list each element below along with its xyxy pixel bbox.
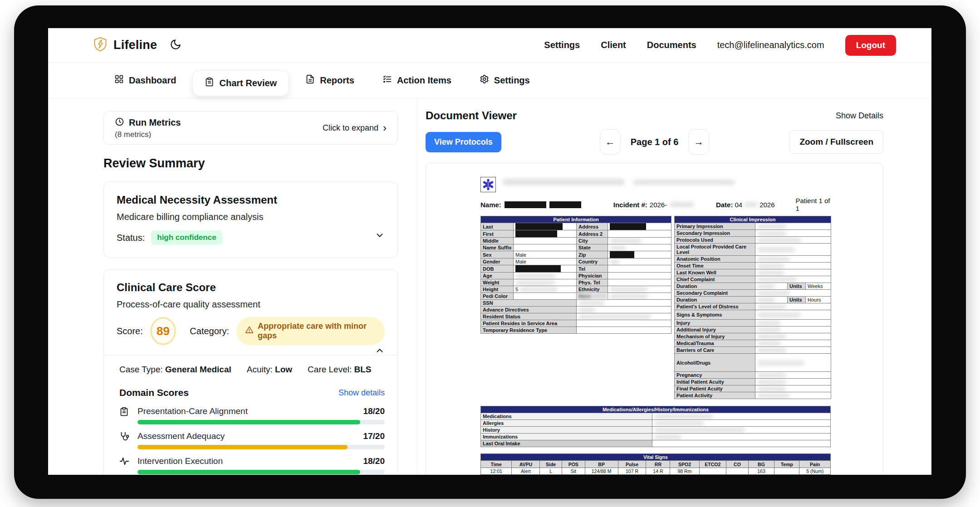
activity-icon: [119, 456, 137, 466]
nav-item-settings[interactable]: Settings: [544, 40, 580, 50]
show-details-link[interactable]: Show details: [338, 388, 385, 398]
score-value: 89: [150, 317, 176, 345]
clinical-impression-table: Clinical ImpressionPrimary ImpressionSec…: [674, 216, 831, 399]
redaction-box: [515, 265, 561, 272]
prev-page-button[interactable]: ←: [600, 129, 621, 155]
arrow-right-icon: →: [694, 136, 704, 147]
blurred-value: [757, 247, 795, 252]
blurred-value: [757, 341, 781, 346]
viewer-show-details-link[interactable]: Show Details: [836, 111, 883, 121]
scanned-document: Name: Incident #: 2026- Date:: [480, 177, 831, 475]
tab-file-icon: [305, 74, 315, 86]
redaction-box: [610, 223, 646, 230]
app-window: Lifeline SettingsClientDocuments tech@li…: [48, 28, 931, 475]
run-metrics-title: Run Metrics: [129, 117, 181, 128]
blurred-value: [654, 428, 745, 433]
nav-item-documents[interactable]: Documents: [647, 40, 696, 50]
date-redaction: [744, 202, 758, 207]
chevron-right-icon: ›: [383, 122, 387, 133]
case-meta-item: Acuity: Low: [247, 365, 292, 375]
header-right: SettingsClientDocuments tech@lifelineana…: [544, 35, 896, 56]
domain-progress-bar: [137, 420, 360, 424]
blurred-value: [757, 284, 775, 289]
blurred-value: [578, 307, 596, 312]
clinical-care-score-card: Clinical Care Score Process-of-care qual…: [103, 269, 398, 475]
blurred-value: [654, 434, 681, 439]
pager: ← Page 1 of 6 →: [600, 129, 710, 155]
tab-dashboard[interactable]: Dashboard: [103, 68, 188, 93]
chevron-up-icon[interactable]: [375, 346, 385, 357]
domain-progress-track: [137, 445, 385, 449]
patient-info-table: Patient InformationLastAddressFirstAddre…: [480, 216, 671, 334]
expand-label: Click to expand: [323, 123, 378, 133]
view-protocols-button[interactable]: View Protocols: [426, 132, 501, 152]
blurred-value: [757, 270, 784, 275]
confidence-badge: high confidence: [151, 230, 222, 245]
clipboard-icon: [119, 407, 137, 416]
category-badge: Appropriate care with minor gaps: [236, 317, 385, 345]
run-metrics-expand: Click to expand ›: [323, 122, 387, 133]
viewer-title: Document Viewer: [426, 109, 517, 122]
tab-chart-review[interactable]: Chart Review: [192, 70, 289, 96]
blurred-value: [578, 314, 651, 319]
blurred-value: [654, 421, 704, 426]
blurred-value: [757, 231, 786, 236]
blurred-value: [610, 245, 626, 250]
blurred-value: [757, 393, 790, 398]
vitals-table: Vital SignsTimeAVPUSidePOSBPPulseRRSPO2E…: [480, 453, 831, 475]
viewer-controls: View Protocols ← Page 1 of 6 → Zoom / Fu…: [426, 130, 883, 154]
tab-reports[interactable]: Reports: [294, 68, 366, 93]
clinical-impression-table: Clinical ImpressionPrimary ImpressionSec…: [674, 216, 831, 399]
chevron-down-icon[interactable]: [375, 230, 385, 242]
domain-progress-track: [137, 470, 385, 474]
date-month: 04: [735, 201, 742, 209]
category-label: Category:: [190, 326, 229, 336]
clock-icon: [115, 117, 124, 128]
blurred-value: [654, 414, 713, 419]
document-meta-row: Name: Incident #: 2026- Date:: [480, 197, 831, 212]
blurred-value: [757, 334, 786, 339]
name-label: Name:: [480, 201, 501, 209]
domain-score-row: Assessment Adequacy17/20: [119, 431, 385, 449]
status-label: Status:: [117, 233, 145, 243]
domain-score-row: Presentation-Care Alignment18/20: [119, 406, 385, 424]
run-metrics-count: (8 metrics): [115, 130, 181, 139]
domain-score-value: 18/20: [363, 456, 385, 466]
category-text: Appropriate care with minor gaps: [258, 322, 376, 341]
vital-signs-table: Vital SignsTimeAVPUSidePOSBPPulseRRSPO2E…: [480, 453, 831, 475]
document-card[interactable]: Name: Incident #: 2026- Date:: [426, 163, 883, 475]
blurred-value: [610, 239, 642, 244]
logout-button[interactable]: Logout: [845, 35, 896, 56]
blurred-value: [757, 297, 775, 302]
tab-action-items[interactable]: Action Items: [371, 68, 463, 93]
tab-gear-icon: [480, 74, 489, 86]
blurred-value: [757, 373, 786, 378]
medications-history-table: Medications/Allergies/History/Immunizati…: [480, 406, 831, 447]
domain-label: Intervention Execution: [137, 456, 223, 466]
blurred-value: [515, 280, 555, 285]
next-page-button[interactable]: →: [688, 129, 709, 155]
redaction-box: [610, 251, 634, 258]
patient-information-table: Patient InformationLastAddressFirstAddre…: [480, 216, 671, 334]
domain-scores-list: Presentation-Care Alignment18/20Assessme…: [119, 406, 385, 475]
app-header: Lifeline SettingsClientDocuments tech@li…: [48, 28, 931, 63]
blurred-value: [757, 238, 801, 243]
run-metrics-expander[interactable]: Run Metrics (8 metrics) Click to expand …: [103, 111, 398, 145]
name-redaction: [505, 201, 546, 208]
nav-item-client[interactable]: Client: [601, 40, 626, 50]
case-meta-item: Care Level: BLS: [308, 365, 371, 375]
agency-name-redacted: [502, 179, 735, 185]
page-indicator: Page 1 of 6: [631, 137, 679, 147]
clinical-care-title: Clinical Care Score: [117, 281, 385, 294]
patient-count: Patient 1 of 1: [796, 197, 831, 212]
left-panel: Run Metrics (8 metrics) Click to expand …: [48, 98, 417, 475]
domain-label: Presentation-Care Alignment: [137, 406, 248, 416]
blurred-value: [757, 291, 790, 296]
zoom-fullscreen-button[interactable]: Zoom / Fullscreen: [789, 130, 883, 154]
tab-settings[interactable]: Settings: [468, 68, 542, 93]
incident-redaction: [669, 202, 695, 207]
tab-label: Action Items: [397, 75, 451, 86]
dark-mode-toggle[interactable]: [170, 39, 181, 52]
page: Lifeline SettingsClientDocuments tech@li…: [0, 0, 980, 507]
warning-triangle-icon: [245, 326, 254, 336]
